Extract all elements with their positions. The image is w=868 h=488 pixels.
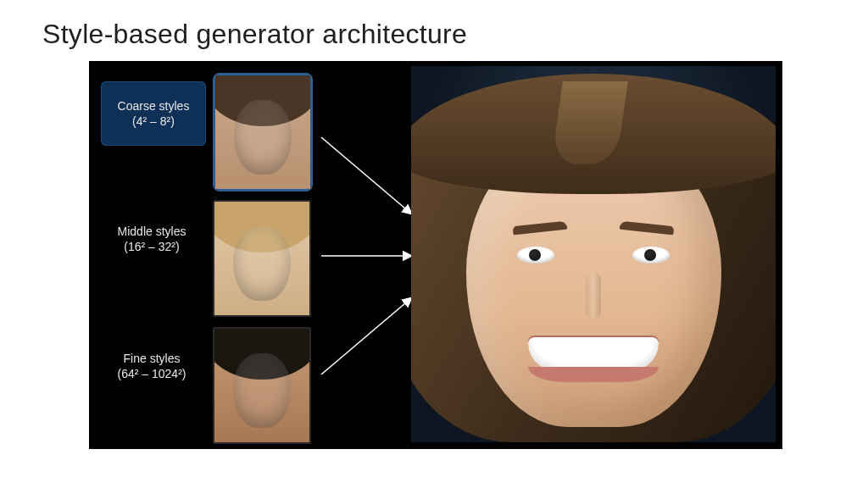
level-label-coarse: Coarse styles (4² – 8²) [101,81,206,146]
level-range: (16² – 32²) [104,239,199,254]
architecture-figure: Coarse styles (4² – 8²) Middle styles (1… [89,61,782,449]
face-placeholder [214,202,309,315]
source-face-middle [213,200,311,317]
style-levels-column: Coarse styles (4² – 8²) Middle styles (1… [89,61,394,449]
level-name: Middle styles [104,224,199,239]
source-face-coarse [213,73,313,191]
arrow-icon [321,137,411,214]
arrow-icon [321,298,411,374]
level-range: (64² – 1024²) [104,366,199,381]
level-name: Fine styles [104,351,199,366]
level-range: (4² – 8²) [106,114,201,129]
level-label-middle: Middle styles (16² – 32²) [104,224,199,254]
slide-title: Style-based generator architecture [42,19,467,50]
face-placeholder [215,75,310,189]
level-name: Coarse styles [106,98,201,114]
combine-arrows [318,61,420,449]
level-label-fine: Fine styles (64² – 1024²) [104,351,199,381]
face-placeholder [214,329,309,442]
slide: Style-based generator architecture Coars… [0,0,868,488]
generated-output-face [411,66,776,442]
source-face-fine [213,327,311,444]
